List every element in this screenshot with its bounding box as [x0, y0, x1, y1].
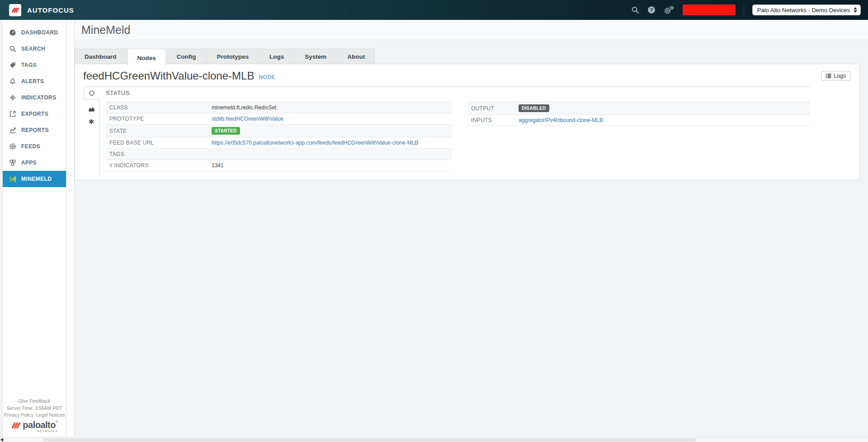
table-row: INPUTS aggregatorIPv4Inbound-clone-MLB [467, 115, 810, 126]
search-icon[interactable] [631, 6, 639, 14]
tab-config[interactable]: Config [167, 49, 206, 64]
exports-icon [9, 110, 16, 118]
brand-title: AUTOFOCUS [27, 6, 74, 14]
server-time: Server Time: 3:56AM PDT [3, 405, 66, 412]
page-header: MineMeld [75, 20, 868, 40]
io-table: OUTPUT DISABLED INPUTS aggregatorIPv4Inb… [467, 102, 810, 126]
paloalto-slashes-logo-icon [9, 4, 21, 16]
stats-chart-tab[interactable] [88, 106, 95, 113]
tab-logs[interactable]: Logs [259, 49, 294, 64]
table-row: TAGS [106, 149, 452, 160]
list-icon [826, 73, 831, 79]
sidebar-item-label: APPS [21, 160, 37, 166]
topbar-divider [744, 5, 744, 14]
sidebar-item-apps[interactable]: APPS [3, 155, 66, 171]
sidebar-item-label: ALERTS [21, 78, 44, 85]
table-row: STATE STARTED [106, 125, 452, 137]
redaction-box [683, 5, 736, 15]
tags-icon [9, 61, 16, 69]
settings-tab[interactable] [88, 118, 94, 125]
paloalto-networks-logo: paloalto® NETWORKS [3, 420, 66, 433]
sidebar-item-exports[interactable]: EXPORTS [3, 106, 66, 122]
tenant-select[interactable]: Palo Alto Networks - Demo Devices [752, 5, 861, 15]
feeds-icon [9, 143, 16, 150]
tab-bar: Dashboard Nodes Config Prototypes Logs S… [75, 49, 860, 64]
output-badge: DISABLED [519, 104, 549, 112]
node-title: feedHCGreenWithValue-clone-MLB [83, 70, 254, 82]
autofocus-brand[interactable]: AUTOFOCUS [9, 4, 74, 16]
status-table: CLASS minemeld.ft.redis.RedisSet PROTOTY… [106, 102, 452, 171]
scrollbar-thumb[interactable] [43, 438, 696, 442]
tenant-select-value: Palo Alto Networks - Demo Devices [757, 7, 850, 14]
sidebar-item-tags[interactable]: TAGS [3, 57, 66, 73]
sidebar-item-label: INDICATORS [21, 94, 57, 101]
sidebar-item-search[interactable]: SEARCH [3, 41, 66, 57]
area-chart-icon [88, 106, 95, 113]
sidebar-item-dashboard[interactable]: DASHBOARD [3, 24, 66, 41]
svg-text:?: ? [650, 7, 653, 13]
select-arrows-icon [854, 7, 857, 13]
class-value: minemeld.ft.redis.RedisSet [212, 104, 276, 111]
state-badge: STARTED [212, 127, 240, 135]
status-section-title: STATUS [106, 89, 810, 96]
node-type-badge: NODE [259, 74, 275, 80]
sidebar-item-indicators[interactable]: INDICATORS [3, 89, 66, 106]
reports-icon [9, 127, 16, 134]
table-row: FEED BASE URL https://e05dc570.paloalton… [106, 137, 452, 149]
circle-icon [89, 90, 95, 96]
sidebar-item-label: TAGS [21, 62, 37, 68]
tab-dashboard[interactable]: Dashboard [75, 49, 127, 64]
search-icon [9, 45, 16, 52]
feed-base-url-link[interactable]: https://e05dc570.paloaltonetworks-app.co… [212, 140, 418, 146]
status-icon-rail [83, 86, 99, 176]
topbar: AUTOFOCUS ? Palo Alto Networks - Demo D [0, 0, 868, 20]
sidebar: DASHBOARD SEARCH TAGS ALERTS INDICATORS [3, 20, 66, 437]
scrollbar-left-arrow-icon[interactable] [0, 438, 3, 442]
node-status-widget: STATUS CLASS minemeld.ft.redis.RedisSet … [83, 86, 810, 176]
sidebar-item-minemeld[interactable]: MINEMELD [3, 171, 66, 187]
status-panel: STATUS CLASS minemeld.ft.redis.RedisSet … [99, 86, 810, 176]
sidebar-item-label: MINEMELD [21, 176, 52, 182]
settings-gears-icon[interactable] [664, 5, 675, 14]
sidebar-item-label: REPORTS [21, 127, 49, 133]
indicators-icon [9, 94, 16, 101]
apps-icon [9, 159, 16, 166]
sidebar-item-label: EXPORTS [21, 111, 48, 117]
page-title: MineMeld [81, 24, 130, 37]
sidebar-item-label: DASHBOARD [21, 29, 58, 36]
sidebar-item-label: SEARCH [21, 46, 45, 52]
sidebar-item-reports[interactable]: REPORTS [3, 122, 66, 138]
sidebar-item-feeds[interactable]: FEEDS [3, 138, 66, 155]
main-content: MineMeld Dashboard Nodes Config Prototyp… [74, 20, 868, 437]
paloalto-slashes-icon [11, 420, 21, 430]
table-row: OUTPUT DISABLED [467, 102, 810, 115]
indicators-count: 1341 [212, 162, 224, 169]
alerts-icon [9, 78, 16, 85]
legal-notices-link[interactable]: Legal Notices [36, 412, 65, 418]
minemeld-icon [9, 176, 16, 183]
tab-about[interactable]: About [337, 49, 375, 64]
asterisk-icon [88, 118, 94, 125]
dashboard-icon [9, 29, 16, 36]
status-tab[interactable] [84, 86, 100, 100]
give-feedback-link[interactable]: Give Feedback [19, 398, 51, 404]
tab-system[interactable]: System [295, 49, 336, 64]
tab-nodes[interactable]: Nodes [127, 49, 166, 66]
table-row: PROTOTYPE stdlib.feedHCGreenWithValue [106, 113, 452, 125]
help-icon[interactable]: ? [647, 6, 656, 14]
logs-button[interactable]: Logs [821, 71, 850, 81]
tab-prototypes[interactable]: Prototypes [207, 49, 259, 64]
nodes-tab-pane: feedHCGreenWithValue-clone-MLB NODE [75, 64, 860, 180]
table-row: CLASS minemeld.ft.redis.RedisSet [106, 102, 452, 113]
prototype-link[interactable]: stdlib.feedHCGreenWithValue [212, 116, 283, 122]
table-row: # INDICATORS 1341 [106, 160, 452, 171]
sidebar-footer: Give Feedback Server Time: 3:56AM PDT Pr… [3, 398, 66, 437]
inputs-link[interactable]: aggregatorIPv4Inbound-clone-MLB [519, 117, 603, 123]
privacy-policy-link[interactable]: Privacy Policy [4, 412, 33, 418]
sidebar-item-alerts[interactable]: ALERTS [3, 73, 66, 89]
horizontal-scrollbar[interactable] [0, 437, 868, 442]
sidebar-item-label: FEEDS [21, 143, 40, 150]
